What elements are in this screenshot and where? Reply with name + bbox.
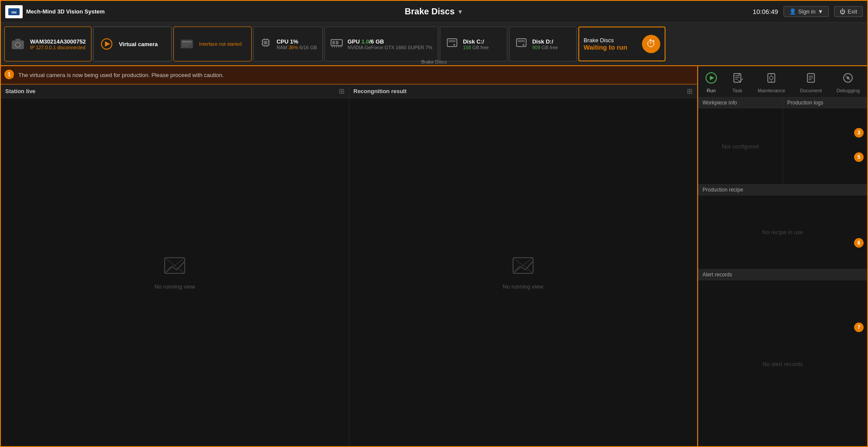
- disk-d-icon: [515, 36, 528, 52]
- station-live-panel: Station live ⊞ No runnin: [1, 84, 349, 447]
- alert-records-title: Alert records: [703, 272, 732, 278]
- disk-c-sub: 158 GB free: [463, 45, 489, 50]
- project-title: Brake Discs ▼: [405, 7, 463, 17]
- production-recipe-header: Production recipe: [698, 185, 867, 195]
- svg-rect-25: [336, 41, 338, 44]
- badge-5: 5: [854, 152, 864, 162]
- exit-button[interactable]: ⏻ Exit: [834, 6, 863, 17]
- tab-task[interactable]: Task: [727, 71, 747, 95]
- svg-point-5: [17, 44, 19, 46]
- tab-document[interactable]: Document: [796, 71, 826, 95]
- workpiece-empty: Not configured: [722, 143, 759, 150]
- svg-text:MM: MM: [11, 11, 17, 14]
- status-state: Waiting to run: [584, 44, 627, 51]
- svg-rect-32: [449, 40, 456, 42]
- app-title: Mech-Mind 3D Vision System: [26, 8, 105, 15]
- production-logs-section: Production logs: [783, 97, 868, 184]
- toolbar-label: Brake Discs: [421, 59, 447, 64]
- production-recipe-content: No recipe in use: [698, 195, 867, 269]
- alert-records-content: No alert records: [698, 280, 867, 447]
- camera-id: WAM30214A3000752: [30, 38, 86, 45]
- gpu-sub: NVIDIA GeForce GTX 1660 SUPER 7%: [348, 45, 432, 50]
- camera-ip: IP 127.0.0.1: [30, 45, 56, 50]
- interface-icon: [179, 36, 195, 52]
- disk-d-info: Disk D:/ 909 GB free: [532, 38, 558, 50]
- svg-marker-8: [105, 41, 110, 47]
- interface-card[interactable]: Interface not started: [173, 27, 252, 61]
- tab-maintenance-label: Maintenance: [758, 88, 785, 93]
- svg-rect-6: [15, 39, 20, 41]
- svg-rect-51: [734, 74, 741, 82]
- project-dropdown-arrow[interactable]: ▼: [457, 8, 463, 15]
- camera-card[interactable]: WAM30214A3000752 IP 127.0.0.1 disconnect…: [4, 27, 91, 61]
- recognition-no-view-text: No running view: [503, 283, 543, 290]
- interface-status: Interface not started: [199, 41, 242, 47]
- user-icon: 👤: [789, 8, 796, 15]
- svg-point-66: [847, 77, 849, 79]
- sign-in-label: Sign in: [798, 8, 816, 15]
- alert-records-section: Alert records No alert records: [698, 269, 867, 447]
- power-icon: ⏻: [840, 8, 845, 15]
- disk-c-title: Disk C:/: [463, 38, 489, 45]
- alert-records-header: Alert records: [698, 269, 867, 280]
- svg-rect-35: [518, 40, 525, 42]
- tab-run[interactable]: Run: [701, 71, 721, 95]
- logo-icon: MM: [5, 5, 23, 18]
- tab-maintenance[interactable]: Maintenance: [753, 71, 790, 95]
- svg-rect-12: [182, 45, 188, 46]
- svg-point-57: [770, 76, 773, 80]
- left-panel: ⚠ The virtual camera is now being used f…: [1, 66, 697, 447]
- cpu-icon: [259, 36, 272, 52]
- status-project: Brake Discs: [584, 37, 627, 44]
- recognition-expand[interactable]: ⊞: [687, 87, 692, 95]
- cpu-title: CPU 1%: [277, 38, 317, 45]
- svg-point-33: [453, 44, 455, 46]
- cpu-card: CPU 1% RAM 36% 6/16 GB: [253, 27, 323, 61]
- virtual-camera-card[interactable]: Virtual camera: [93, 27, 172, 61]
- station-no-view-icon: [164, 257, 186, 278]
- workpiece-content: Not configured: [698, 108, 783, 184]
- gpu-card: GPU 1.0/6 GB NVIDIA GeForce GTX 1660 SUP…: [324, 27, 438, 61]
- svg-rect-14: [264, 41, 267, 44]
- workpiece-title: Workpiece info: [703, 100, 737, 106]
- recognition-result-panel: Recongnition result ⊞ No: [349, 84, 697, 447]
- document-icon: [805, 72, 817, 86]
- recognition-no-view-icon: [512, 257, 534, 278]
- alert-records-empty: No alert records: [763, 361, 803, 367]
- svg-line-40: [177, 261, 185, 270]
- gpu-info: GPU 1.0/6 GB NVIDIA GeForce GTX 1660 SUP…: [348, 38, 432, 50]
- logo-area: MM Mech-Mind 3D Vision System: [5, 5, 118, 18]
- warning-bar: ⚠ The virtual camera is now being used f…: [1, 66, 697, 84]
- svg-line-46: [525, 261, 533, 270]
- exit-label: Exit: [848, 8, 857, 15]
- tab-debugging[interactable]: Debugging: [832, 71, 864, 95]
- svg-rect-24: [332, 41, 335, 44]
- svg-point-36: [523, 44, 524, 46]
- sign-in-button[interactable]: 👤 Sign in ▼: [784, 6, 829, 17]
- header: MM Mech-Mind 3D Vision System Brake Disc…: [1, 1, 867, 23]
- nav-tabs: Run Task: [698, 66, 867, 97]
- recognition-result-title: Recongnition result: [354, 88, 407, 94]
- virtual-camera-info: Virtual camera: [119, 41, 158, 47]
- tab-task-label: Task: [733, 88, 743, 93]
- virtual-camera-label: Virtual camera: [119, 41, 158, 47]
- camera-status: disconnected: [57, 45, 85, 50]
- svg-marker-50: [710, 76, 714, 80]
- badge-7: 7: [854, 323, 864, 332]
- svg-rect-10: [182, 41, 192, 43]
- warning-text: The virtual camera is now being used for…: [18, 72, 224, 78]
- tab-debugging-label: Debugging: [837, 88, 860, 93]
- timer-button[interactable]: ⏱: [642, 35, 660, 53]
- right-panel: Run Task: [697, 66, 867, 447]
- station-live-content: No running view: [1, 98, 349, 447]
- workpiece-production-row: Workpiece info Not configured Production…: [698, 97, 867, 185]
- tab-document-label: Document: [800, 88, 822, 93]
- station-live-header: Station live ⊞: [1, 84, 349, 98]
- run-icon: [706, 72, 717, 86]
- recognition-result-header: Recongnition result ⊞: [349, 84, 697, 98]
- production-logs-content: [783, 108, 868, 184]
- workpiece-header: Workpiece info: [698, 97, 783, 108]
- recognition-result-content: No running view: [349, 98, 697, 447]
- production-recipe-empty: No recipe in use: [762, 229, 803, 235]
- station-live-expand[interactable]: ⊞: [339, 87, 344, 95]
